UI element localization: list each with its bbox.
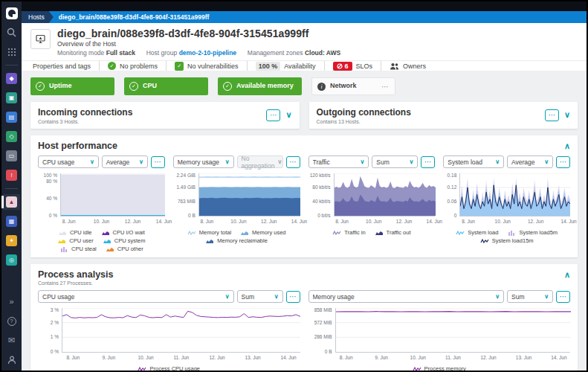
help-icon[interactable]: ? bbox=[3, 313, 20, 329]
chart-legend: Memory totalMemory usedMemory reclaimabl… bbox=[173, 229, 300, 246]
profile-icon[interactable] bbox=[3, 352, 20, 368]
info-icon: i bbox=[317, 83, 326, 91]
legend-item[interactable]: CPU I/O wait bbox=[101, 229, 145, 236]
host-group-link[interactable]: demo-2-10-pipeline bbox=[179, 49, 236, 57]
aggregation-select[interactable]: Average∨ bbox=[102, 155, 148, 168]
legend-item[interactable]: Process memory bbox=[413, 365, 466, 371]
app-releases-icon[interactable]: ◎ bbox=[3, 252, 20, 268]
availability-badge[interactable]: 100 % Availability bbox=[248, 61, 325, 71]
legend-item[interactable]: Traffic out bbox=[375, 229, 411, 236]
legend-item[interactable]: Memory used bbox=[240, 229, 285, 236]
aggregation-select[interactable]: Sum∨ bbox=[507, 290, 553, 303]
app-services-icon[interactable]: ▤ bbox=[3, 109, 20, 125]
app-synthetic-icon[interactable]: ▭ bbox=[3, 148, 20, 164]
chart-menu-button[interactable]: ⋯ bbox=[286, 291, 300, 303]
legend-item[interactable]: CPU other bbox=[106, 246, 143, 252]
outgoing-connections-card: Outgoing connections Contains 13 Hosts. … bbox=[309, 102, 578, 129]
legend-item[interactable]: System load bbox=[456, 229, 498, 236]
chart-menu-button[interactable]: ⋯ bbox=[556, 156, 570, 168]
chart-plot-area bbox=[459, 173, 570, 217]
y-tick-label: 100 % bbox=[44, 173, 57, 178]
legend-item[interactable]: CPU system bbox=[103, 237, 146, 244]
x-tick-label: 14. Jun bbox=[291, 219, 307, 224]
messages-icon[interactable]: ✉ bbox=[3, 333, 20, 348]
chevron-up-icon[interactable]: ∧ bbox=[564, 141, 570, 152]
network-tile[interactable]: i Network ⋯ bbox=[311, 77, 395, 95]
chevron-down-icon[interactable]: ∨ bbox=[564, 109, 570, 121]
chart-menu-button[interactable]: ⋯ bbox=[421, 156, 435, 168]
aggregation-select[interactable]: Sum∨ bbox=[237, 290, 283, 303]
card-menu-button[interactable]: ⋯ bbox=[266, 109, 280, 121]
x-tick-label: 14. Jun bbox=[551, 355, 566, 360]
app-infrastructure-icon[interactable]: ◆ bbox=[3, 71, 20, 86]
chevron-down-icon: ∨ bbox=[225, 158, 230, 165]
search-icon[interactable] bbox=[3, 25, 20, 40]
y-tick-label: 0.06 bbox=[448, 199, 457, 204]
card-menu-button[interactable]: ⋯ bbox=[545, 109, 559, 121]
legend-item[interactable]: Memory reclaimable bbox=[205, 237, 268, 244]
chart-menu-button[interactable]: ⋯ bbox=[556, 291, 570, 303]
chart-menu-button[interactable]: ⋯ bbox=[151, 156, 165, 168]
app-kubernetes-icon[interactable]: ◇ bbox=[3, 129, 20, 144]
cpu-tile[interactable]: ✓ CPU bbox=[124, 77, 208, 95]
aggregation-select[interactable]: Average∨ bbox=[507, 155, 553, 168]
app-extensions-icon[interactable]: ✦ bbox=[3, 233, 20, 248]
slo-count: 6 bbox=[345, 62, 349, 70]
chevron-down-icon: ∨ bbox=[225, 293, 230, 300]
y-tick-label: 0 B bbox=[188, 213, 196, 218]
legend-item[interactable]: CPU idle bbox=[58, 229, 92, 236]
y-tick-label: 0.18 bbox=[448, 173, 457, 178]
x-tick-label: 12. Jun bbox=[396, 219, 412, 224]
chevron-down-icon[interactable]: ∨ bbox=[285, 109, 291, 121]
metric-select[interactable]: CPU usage∨ bbox=[38, 155, 99, 168]
app-hosts-icon[interactable]: ▲ bbox=[3, 194, 20, 210]
metric-select[interactable]: Memory usage∨ bbox=[308, 290, 505, 303]
y-tick-label: 2 % bbox=[51, 320, 59, 325]
app-dashboards-icon[interactable]: ▣ bbox=[3, 90, 20, 106]
apps-grid-icon[interactable] bbox=[3, 44, 20, 60]
legend-item[interactable]: Traffic in bbox=[332, 229, 365, 236]
properties-and-tags-button[interactable]: Properties and tags bbox=[25, 61, 100, 71]
metric-select[interactable]: Memory usage∨ bbox=[173, 155, 234, 168]
x-tick-label: 10. Jun bbox=[410, 355, 426, 360]
x-tick-label: 10. Jun bbox=[495, 219, 511, 224]
x-tick-label: 8. Jun bbox=[335, 219, 349, 224]
traffic-chart: Traffic∨Sum∨⋯120 kbit/s80 kbit/s40 kbit/… bbox=[308, 155, 436, 254]
legend-item[interactable]: CPU user bbox=[57, 237, 94, 244]
app-problems-icon[interactable]: ! bbox=[3, 167, 20, 183]
legend-item[interactable]: Process CPU usage bbox=[138, 365, 200, 371]
legend-item[interactable]: Memory total bbox=[187, 229, 231, 236]
host-performance-charts: CPU usage∨Average∨⋯100 %80 %40 %0 %8. Ju… bbox=[38, 155, 570, 254]
owners-label: Owners bbox=[403, 62, 426, 70]
x-axis: 8. Jun10. Jun12. Jun14. Jun bbox=[60, 218, 165, 225]
owners-badge[interactable]: Owners bbox=[381, 61, 434, 71]
slo-badge[interactable]: 6 SLOs bbox=[325, 61, 382, 71]
breadcrumb-hosts-link[interactable]: Hosts bbox=[22, 11, 54, 23]
chevron-up-icon[interactable]: ∧ bbox=[564, 269, 570, 280]
problems-badge[interactable]: ✓ No problems bbox=[100, 61, 167, 71]
metric-select[interactable]: System load∨ bbox=[443, 155, 504, 168]
uptime-tile[interactable]: ✓ Uptime bbox=[30, 77, 114, 95]
metric-select[interactable]: CPU usage∨ bbox=[38, 290, 234, 303]
tile-label: Available memory bbox=[236, 83, 294, 89]
host-meta: Monitoring mode Full stack Host group de… bbox=[57, 49, 340, 57]
cpu-usage-chart: CPU usage∨Average∨⋯100 %80 %40 %0 %8. Ju… bbox=[38, 155, 165, 254]
legend-item[interactable]: CPU steal bbox=[59, 246, 97, 252]
chevron-down-icon: ∨ bbox=[274, 293, 279, 300]
y-axis: 120 kbit/s80 kbit/s40 kbit/s0 bit/s bbox=[308, 173, 334, 217]
y-tick-label: 763 MiB bbox=[178, 199, 196, 204]
app-smartscape-icon[interactable]: ▦ bbox=[3, 214, 20, 229]
vulnerabilities-badge[interactable]: ✓ No vulnerabilities bbox=[167, 61, 248, 71]
chart-controls: CPU usage∨Sum∨⋯ bbox=[38, 290, 300, 303]
x-tick-label: 14. Jun bbox=[427, 219, 442, 224]
dynatrace-logo[interactable] bbox=[3, 5, 20, 21]
legend-item[interactable]: System load5m bbox=[507, 229, 558, 236]
legend-item[interactable]: System load15m bbox=[480, 237, 534, 244]
aggregation-select[interactable]: Sum∨ bbox=[372, 155, 418, 168]
chart-menu-button[interactable]: ⋯ bbox=[286, 156, 300, 168]
expand-icon[interactable]: » bbox=[3, 294, 20, 310]
host-performance-title: Host performance bbox=[38, 141, 570, 151]
metric-select[interactable]: Traffic∨ bbox=[308, 155, 369, 168]
available-memory-tile[interactable]: ✓ Available memory bbox=[218, 77, 302, 95]
network-menu-button[interactable]: ⋯ bbox=[381, 83, 390, 91]
